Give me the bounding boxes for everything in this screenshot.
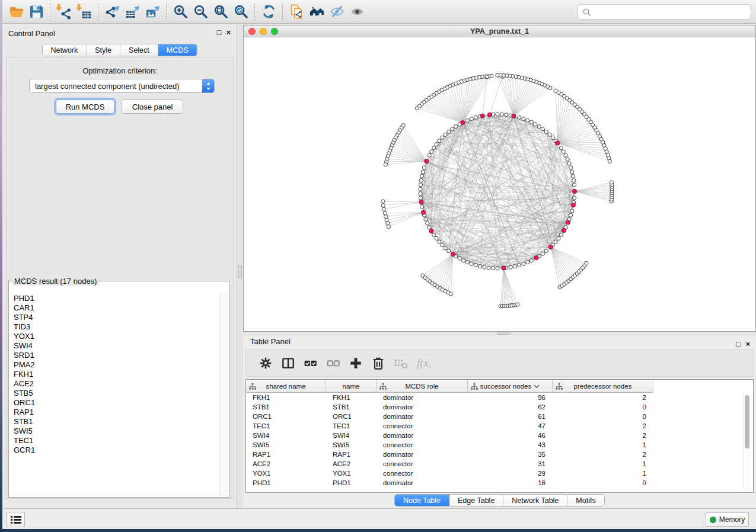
mcds-result-item[interactable]: ORC1: [14, 398, 220, 408]
mcds-result-item[interactable]: PMA2: [14, 360, 220, 370]
close-panel-button[interactable]: Close panel: [122, 100, 183, 114]
network-node[interactable]: [419, 178, 423, 182]
network-node[interactable]: [419, 183, 422, 187]
table-scrollbar[interactable]: [743, 394, 750, 489]
network-hub-node[interactable]: [480, 114, 484, 118]
delete-column-button[interactable]: [367, 352, 390, 374]
panel-menu-button[interactable]: [7, 512, 25, 527]
network-window-titlebar[interactable]: YPA_prune.txt_1: [244, 25, 755, 37]
network-node[interactable]: [522, 262, 525, 265]
network-node[interactable]: [474, 116, 477, 119]
network-node[interactable]: [438, 139, 441, 143]
network-node[interactable]: [384, 163, 387, 166]
network-node[interactable]: [562, 150, 565, 153]
mcds-result-item[interactable]: SRD1: [14, 351, 220, 360]
horizontal-splitter-handle[interactable]: [497, 332, 510, 335]
network-node[interactable]: [465, 118, 469, 122]
network-node[interactable]: [430, 150, 433, 153]
float-table-panel-icon[interactable]: □: [736, 339, 741, 349]
mcds-result-item[interactable]: STB1: [14, 417, 220, 427]
hide-panels-button[interactable]: [327, 2, 347, 22]
zoom-out-button[interactable]: [190, 2, 210, 22]
network-node[interactable]: [420, 174, 424, 178]
network-node[interactable]: [444, 133, 447, 136]
network-node[interactable]: [441, 136, 444, 139]
network-node[interactable]: [505, 113, 508, 117]
table-scrollbar-thumb[interactable]: [745, 395, 749, 448]
column-header-mcds-role[interactable]: MCDS role: [377, 380, 468, 393]
network-node[interactable]: [479, 265, 482, 268]
network-node[interactable]: [428, 153, 431, 157]
welcome-screen-button[interactable]: [307, 2, 327, 22]
network-hub-node[interactable]: [571, 203, 575, 207]
network-node[interactable]: [438, 240, 441, 243]
column-header-predecessor-nodes[interactable]: predecessor nodes: [553, 380, 653, 393]
network-node[interactable]: [424, 217, 428, 221]
export-table-button[interactable]: [122, 2, 142, 22]
network-node[interactable]: [454, 125, 458, 129]
import-network-button[interactable]: [54, 2, 74, 22]
network-node[interactable]: [474, 264, 477, 267]
mcds-result-item[interactable]: STB5: [14, 389, 220, 398]
mcds-result-item[interactable]: SWI5: [14, 427, 220, 436]
network-hub-node[interactable]: [451, 252, 455, 257]
network-node[interactable]: [470, 262, 473, 265]
select-all-button[interactable]: [299, 352, 322, 374]
new-network-from-selection-button[interactable]: [286, 2, 307, 22]
network-hub-node[interactable]: [556, 141, 560, 145]
table-row[interactable]: ACE2ACE2connector311: [246, 459, 653, 469]
mcds-list-scrollbar[interactable]: [220, 293, 229, 496]
network-node[interactable]: [451, 127, 454, 131]
tab-network[interactable]: Network: [42, 44, 87, 56]
table-row[interactable]: RAP1RAP1dominator352: [246, 450, 653, 459]
table-row[interactable]: SWI5SWI5connector431: [246, 440, 653, 450]
network-canvas[interactable]: [244, 37, 755, 331]
open-session-button[interactable]: [6, 2, 26, 22]
run-mcds-button[interactable]: Run MCDS: [56, 100, 114, 114]
network-node[interactable]: [566, 158, 569, 161]
network-node[interactable]: [496, 73, 499, 77]
network-node[interactable]: [541, 252, 544, 255]
network-node[interactable]: [572, 178, 576, 182]
add-column-button[interactable]: [344, 352, 367, 374]
network-node[interactable]: [381, 204, 385, 207]
tab-mcds[interactable]: MCDS: [158, 44, 197, 56]
network-node[interactable]: [569, 166, 573, 169]
import-table-button[interactable]: [74, 2, 94, 22]
network-hub-node[interactable]: [572, 189, 576, 193]
search-input[interactable]: [594, 8, 751, 17]
network-hub-node[interactable]: [461, 120, 465, 124]
network-node[interactable]: [529, 259, 533, 262]
network-node[interactable]: [458, 257, 461, 260]
network-node[interactable]: [449, 292, 452, 296]
zoom-selected-button[interactable]: [231, 2, 251, 22]
show-panels-button[interactable]: [347, 2, 367, 22]
network-node[interactable]: [384, 215, 388, 219]
settings-button[interactable]: [254, 352, 277, 374]
tab-edge-table[interactable]: Edge Table: [449, 495, 503, 506]
unselect-all-button[interactable]: [322, 352, 344, 374]
tab-style[interactable]: Style: [87, 44, 120, 56]
network-hub-node[interactable]: [421, 210, 425, 214]
network-node[interactable]: [516, 303, 519, 306]
network-node[interactable]: [485, 75, 489, 79]
network-node[interactable]: [441, 243, 444, 247]
network-node[interactable]: [470, 117, 473, 121]
network-node[interactable]: [419, 187, 422, 191]
column-header-successor-nodes[interactable]: successor nodes: [468, 380, 553, 393]
network-node[interactable]: [381, 200, 385, 203]
network-node[interactable]: [513, 265, 516, 268]
network-node[interactable]: [544, 249, 548, 253]
network-node[interactable]: [564, 153, 567, 157]
network-hub-node[interactable]: [562, 228, 566, 232]
table-row[interactable]: TEC1TEC1connector472: [246, 421, 653, 431]
network-node[interactable]: [537, 125, 541, 129]
network-node[interactable]: [483, 265, 486, 269]
network-node[interactable]: [447, 249, 451, 253]
tab-motifs[interactable]: Motifs: [567, 495, 604, 506]
network-node[interactable]: [419, 196, 422, 200]
zoom-in-button[interactable]: [170, 2, 190, 22]
network-node[interactable]: [387, 225, 390, 229]
network-node[interactable]: [526, 261, 529, 264]
network-node[interactable]: [422, 166, 426, 169]
